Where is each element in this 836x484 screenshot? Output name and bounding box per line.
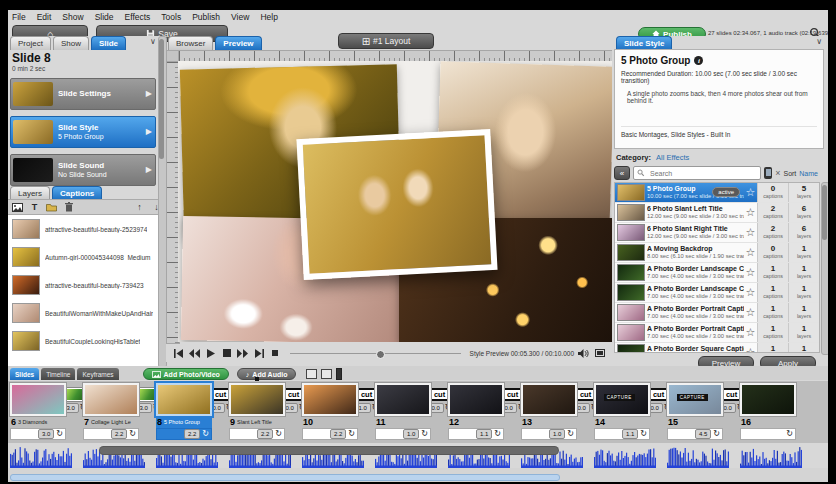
preview-canvas[interactable] [178, 61, 612, 342]
section-slide-settings[interactable]: Slide Settings▶ [10, 78, 156, 110]
timeline-slide-11[interactable]: 111.0↻ [375, 381, 431, 443]
subtab-captions[interactable]: Captions [52, 186, 102, 200]
effect-row-6-photo-slant-right-title[interactable]: 6 Photo Slant Right Title12.00 sec (9.00… [615, 223, 819, 243]
menu-effects[interactable]: Effects [125, 12, 151, 22]
tab-slide[interactable]: Slide [91, 36, 126, 50]
fast-forward-button[interactable] [236, 347, 249, 359]
slide-loop-icon[interactable]: ↻ [421, 430, 428, 438]
cut-transition-chip[interactable]: cut [576, 388, 595, 401]
slide-duration-badge[interactable]: 1.0 [403, 429, 419, 439]
timeline-horizontal-scrollbar[interactable] [100, 447, 558, 454]
effects-scrollbar[interactable] [821, 182, 828, 355]
slide-duration-badge[interactable]: 1.0 [549, 429, 565, 439]
slide-loop-icon[interactable]: ↻ [129, 430, 136, 438]
audio-waveform-segment[interactable] [667, 444, 729, 468]
menu-tools[interactable]: Tools [161, 12, 181, 22]
slide-duration-badge[interactable]: 2.2 [184, 429, 200, 439]
audio-waveform-segment[interactable] [740, 444, 802, 468]
tab-show[interactable]: Show [53, 36, 89, 50]
menu-show[interactable]: Show [62, 12, 83, 22]
effect-row-5-photo-group[interactable]: 5 Photo Group10.00 sec (7.00 sec slide /… [615, 183, 819, 203]
timeline-tab-slides[interactable]: Slides [10, 368, 39, 380]
timeline-slide-16[interactable]: 16↻ [740, 381, 796, 443]
effect-row-a-photo-border-landscape-caption-1[interactable]: A Photo Border Landscape Caption 17.00 s… [615, 263, 819, 283]
favorite-star-icon[interactable]: ☆ [744, 327, 757, 338]
timeline-slide-15[interactable]: CAPTURE154.5↻ [667, 381, 723, 443]
timeline-tab-timeline[interactable]: Timeline [41, 368, 75, 380]
slide-loop-icon[interactable]: ↻ [713, 430, 720, 438]
menu-file[interactable]: File [12, 12, 26, 22]
favorite-star-icon[interactable]: ☆ [744, 307, 757, 318]
layer-item[interactable]: attractive-beautiful-beauty-739423 [8, 271, 158, 299]
audio-waveform-segment[interactable] [10, 444, 72, 468]
trash-icon[interactable] [63, 202, 74, 213]
favorite-star-icon[interactable]: ☆ [744, 347, 757, 353]
favorite-star-icon[interactable]: ☆ [744, 207, 757, 218]
effect-row-a-photo-border-portrait-caption-2[interactable]: A Photo Border Portrait Caption 27.00 se… [615, 323, 819, 343]
skip-end-button[interactable] [252, 347, 265, 359]
menu-help[interactable]: Help [260, 12, 277, 22]
layer-item[interactable]: BeautifulWomanWithMakeUpAndHair [8, 299, 158, 327]
timeline-slide-6[interactable]: 63 Diamonds3.0↻ [10, 381, 66, 443]
slide-duration-badge[interactable]: 1.1 [476, 429, 492, 439]
slide-loop-icon[interactable]: ↻ [56, 430, 63, 438]
small-thumbnails-toggle-icon[interactable] [306, 369, 317, 379]
favorite-star-icon[interactable]: ☆ [744, 267, 757, 278]
timeline-slide-14[interactable]: CAPTURE141.1↻ [594, 381, 650, 443]
subtab-layers[interactable]: Layers [10, 186, 50, 200]
menu-view[interactable]: View [231, 12, 249, 22]
collapse-list-button[interactable]: « [614, 166, 630, 180]
timeline-slide-10[interactable]: 102.2↻ [302, 381, 358, 443]
audio-track-toggle-icon[interactable] [336, 368, 342, 380]
slide-loop-icon[interactable]: ↻ [640, 430, 647, 438]
expand-arrow-icon[interactable]: ▶ [146, 89, 152, 98]
play-button[interactable] [204, 347, 217, 359]
layout-button[interactable]: ⊞ #1 Layout [338, 33, 434, 49]
device-filter-icon[interactable] [764, 167, 772, 179]
add-photo-video-button[interactable]: Add Photo/Video [143, 368, 229, 380]
rewind-button[interactable] [188, 347, 201, 359]
slide-loop-icon[interactable]: ↻ [786, 430, 793, 438]
timeline-zoom-scrollbar[interactable] [10, 474, 560, 481]
preview-tab-browser[interactable]: Browser [168, 36, 213, 50]
favorite-star-icon[interactable]: ☆ [744, 187, 757, 198]
effect-row-a-photo-border-portrait-caption-1[interactable]: A Photo Border Portrait Caption 17.00 se… [615, 303, 819, 323]
fullscreen-icon[interactable] [593, 347, 606, 359]
stop-button[interactable] [220, 347, 233, 359]
slide-duration-badge[interactable]: 2.2 [330, 429, 346, 439]
cut-transition-chip[interactable]: cut [284, 388, 303, 401]
timeline-slide-13[interactable]: 131.0↻ [521, 381, 577, 443]
info-icon[interactable]: i [694, 56, 703, 65]
fade-transition-chip[interactable] [66, 388, 83, 401]
fade-transition-chip[interactable] [139, 388, 156, 401]
clear-search-icon[interactable]: × [775, 168, 780, 178]
menu-slide[interactable]: Slide [95, 12, 114, 22]
timeline-tab-keyframes[interactable]: Keyframes [77, 368, 118, 380]
cut-transition-chip[interactable]: cut [722, 388, 741, 401]
cut-transition-chip[interactable]: cut [503, 388, 522, 401]
layer-item[interactable]: attractive-beautiful-beauty-2523974 [8, 215, 158, 243]
slide-duration-badge[interactable]: 3.0 [38, 429, 54, 439]
panel-collapse-chevron-icon[interactable]: ∨ [150, 38, 156, 46]
slide-loop-icon[interactable]: ↻ [567, 430, 574, 438]
timeline-slide-12[interactable]: 121.1↻ [448, 381, 504, 443]
tab-slide-style[interactable]: Slide Style [616, 36, 672, 50]
large-thumbnails-toggle-icon[interactable] [321, 369, 332, 379]
menu-publish[interactable]: Publish [192, 12, 220, 22]
slide-loop-icon[interactable]: ↻ [348, 430, 355, 438]
effect-row-a-photo-border-landscape-caption-2[interactable]: A Photo Border Landscape Caption 27.00 s… [615, 283, 819, 303]
section-slide-sound[interactable]: Slide SoundNo Slide Sound▶ [10, 154, 156, 186]
slide-duration-badge[interactable]: 1.1 [622, 429, 638, 439]
slide-duration-badge[interactable]: 4.5 [695, 429, 711, 439]
skip-start-button[interactable] [172, 347, 185, 359]
layer-item[interactable]: BeautifulCoupleLookingHisTablet [8, 327, 158, 355]
favorite-star-icon[interactable]: ☆ [744, 287, 757, 298]
cut-transition-chip[interactable]: cut [357, 388, 376, 401]
preview-photo-center-framed[interactable] [296, 129, 497, 280]
sort-by-name[interactable]: Name [799, 170, 818, 177]
effect-row-a-photo-border-square-caption-1[interactable]: A Photo Border Square Caption 17.00 sec … [615, 343, 819, 353]
favorite-star-icon[interactable]: ☆ [744, 247, 757, 258]
cut-transition-chip[interactable]: cut [430, 388, 449, 401]
slide-loop-icon[interactable]: ↻ [494, 430, 501, 438]
audio-waveform-segment[interactable] [594, 444, 656, 468]
